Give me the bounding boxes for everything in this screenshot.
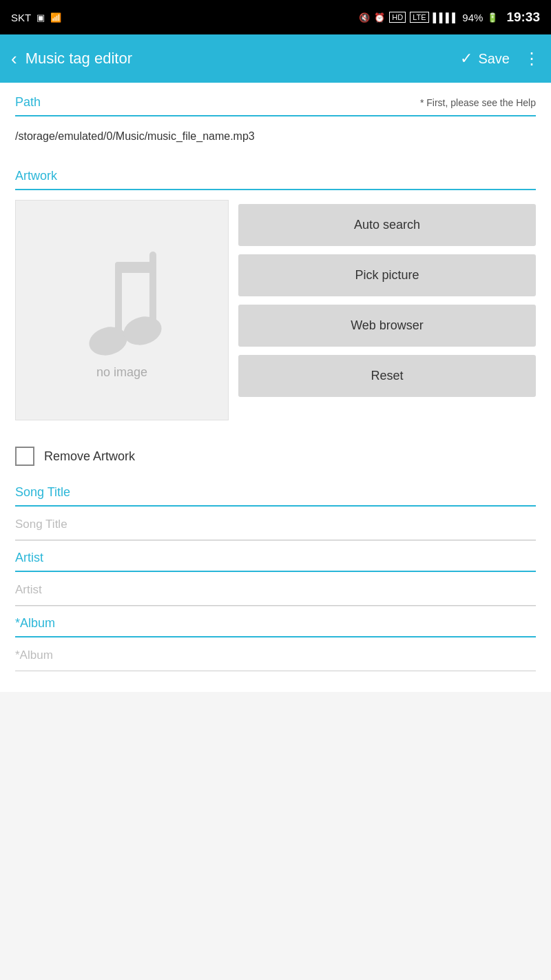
artwork-container: no image Auto search Pick picture Web br… (15, 200, 536, 420)
path-section: Path * First, please see the Help /stora… (0, 83, 551, 159)
remove-artwork-label[interactable]: Remove Artwork (44, 449, 135, 464)
battery-text: 94% (462, 12, 483, 23)
save-button[interactable]: ✓ Save (460, 50, 510, 68)
app-title: Music tag editor (25, 50, 461, 68)
signal-bars: ▌▌▌▌ (433, 12, 459, 23)
save-label: Save (478, 51, 510, 67)
album-section: *Album (0, 606, 551, 671)
artwork-image-box: no image (15, 200, 229, 420)
web-browser-button[interactable]: Web browser (238, 305, 536, 347)
svg-rect-2 (115, 262, 156, 273)
pick-picture-button[interactable]: Pick picture (238, 254, 536, 296)
path-value: /storage/emulated/0/Music/music_file_nam… (15, 126, 536, 152)
checkmark-icon: ✓ (460, 50, 472, 68)
artist-label: Artist (15, 551, 536, 572)
status-bar: SKT ▣ 📶 🔇 ⏰ HD LTE ▌▌▌▌ 94% 🔋 19:33 (0, 0, 551, 34)
bottom-space (0, 671, 551, 692)
svg-point-3 (86, 323, 130, 359)
music-note-icon (56, 234, 187, 386)
svg-point-4 (121, 312, 165, 349)
artist-input[interactable] (15, 572, 536, 606)
remove-artwork-checkbox[interactable] (15, 447, 34, 466)
artwork-buttons: Auto search Pick picture Web browser Res… (238, 200, 536, 420)
artwork-section: Artwork (0, 159, 551, 437)
hd-badge: HD (389, 12, 406, 23)
song-title-input[interactable] (15, 507, 536, 540)
battery-icon: 🔋 (487, 12, 498, 23)
wifi-icon: 📶 (50, 12, 61, 23)
content: Path * First, please see the Help /stora… (0, 83, 551, 692)
no-image-text: no image (96, 365, 147, 380)
song-title-section: Song Title (0, 476, 551, 540)
time-display: 19:33 (506, 10, 540, 25)
app-bar: ‹ Music tag editor ✓ Save ⋮ (0, 34, 551, 83)
reset-button[interactable]: Reset (238, 355, 536, 397)
song-title-label: Song Title (15, 485, 536, 507)
auto-search-button[interactable]: Auto search (238, 204, 536, 246)
carrier-text: SKT (11, 12, 31, 23)
status-left: SKT ▣ 📶 (11, 12, 61, 23)
artist-section: Artist (0, 541, 551, 606)
lte-badge: LTE (410, 12, 428, 23)
svg-rect-0 (115, 262, 122, 338)
more-options-button[interactable]: ⋮ (523, 49, 540, 68)
path-header: Path * First, please see the Help (15, 95, 536, 116)
artwork-label: Artwork (15, 169, 536, 190)
remove-artwork-row: Remove Artwork (0, 437, 551, 476)
path-hint: * First, please see the Help (420, 97, 536, 108)
album-input[interactable] (15, 637, 536, 671)
path-label: Path (15, 95, 41, 110)
signal-icon: ▣ (37, 12, 45, 23)
back-button[interactable]: ‹ (11, 48, 17, 70)
mute-icon: 🔇 (359, 12, 370, 23)
album-label: *Album (15, 616, 536, 637)
status-right: 🔇 ⏰ HD LTE ▌▌▌▌ 94% 🔋 19:33 (359, 10, 540, 25)
alarm-icon: ⏰ (374, 12, 385, 23)
